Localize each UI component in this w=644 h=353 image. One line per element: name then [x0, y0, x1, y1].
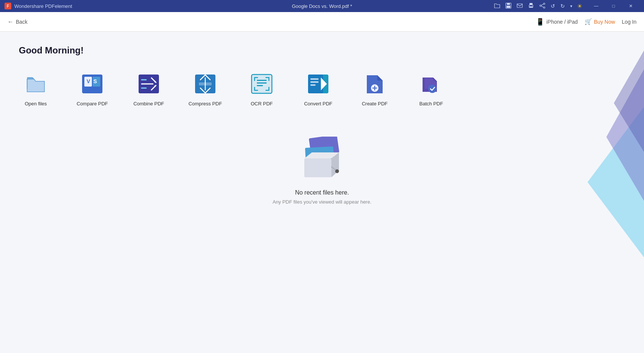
buy-now-label: Buy Now	[594, 19, 615, 25]
buy-now-button[interactable]: 🛒 Buy Now	[584, 18, 615, 25]
batch-pdf-label: Batch PDF	[420, 101, 443, 107]
log-in-button[interactable]: Log In	[622, 19, 636, 25]
redo-icon[interactable]: ↻	[560, 3, 565, 9]
tool-combine-pdf[interactable]: Combine PDF	[132, 71, 166, 107]
svg-rect-29	[310, 78, 319, 80]
svg-rect-26	[257, 85, 263, 86]
navbar-right: 📱 iPhone / iPad 🛒 Buy Now Log In	[536, 18, 636, 26]
maximize-button[interactable]: □	[605, 0, 622, 12]
empty-title: No recent files here.	[295, 189, 349, 196]
tool-open-files[interactable]: Open files	[19, 71, 53, 107]
svg-rect-2	[507, 6, 510, 8]
empty-subtitle: Any PDF files you've viewed will appear …	[273, 199, 372, 205]
app-name: Wondershare PDFelement	[14, 3, 72, 9]
svg-line-11	[541, 6, 543, 7]
back-button[interactable]: ← Back	[8, 18, 27, 25]
folder-icon[interactable]	[494, 3, 500, 10]
combine-pdf-icon-wrap	[136, 71, 162, 97]
log-in-label: Log In	[622, 19, 636, 25]
compare-pdf-label: Compare PDF	[76, 101, 108, 107]
batch-pdf-icon-wrap	[418, 71, 444, 97]
svg-rect-25	[257, 82, 267, 84]
svg-text:S: S	[93, 78, 97, 84]
compare-pdf-icon-wrap: V S	[79, 71, 105, 97]
tool-convert-pdf[interactable]: Convert PDF	[301, 71, 335, 107]
svg-point-7	[543, 3, 545, 5]
svg-rect-1	[507, 3, 510, 5]
ocr-pdf-icon-wrap	[249, 71, 275, 97]
navbar: ← Back 📱 iPhone / iPad 🛒 Buy Now Log In	[0, 12, 644, 32]
cart-icon: 🛒	[584, 18, 592, 25]
svg-rect-31	[310, 84, 316, 86]
titlebar: F Wondershare PDFelement ↺ ↻ ▾ Google Do…	[0, 0, 644, 12]
svg-rect-36	[304, 158, 331, 177]
greeting: Good Morning!	[19, 45, 625, 56]
convert-pdf-icon-wrap	[305, 71, 331, 97]
window-controls: — □ ✕	[588, 0, 639, 12]
create-pdf-icon-wrap	[362, 71, 388, 97]
tool-compare-pdf[interactable]: V S Compare PDF	[75, 71, 109, 107]
svg-line-10	[541, 4, 543, 5]
svg-rect-6	[530, 6, 533, 8]
iphone-ipad-label: iPhone / iPad	[546, 19, 578, 25]
tool-ocr-pdf[interactable]: OCR PDF	[245, 71, 279, 107]
iphone-ipad-button[interactable]: 📱 iPhone / iPad	[536, 18, 578, 26]
app-logo: F	[5, 3, 11, 9]
undo-icon[interactable]: ↺	[551, 3, 555, 9]
empty-illustration	[298, 137, 346, 182]
tools-grid: Open files V S Compare PDF	[19, 71, 625, 107]
print-icon[interactable]	[528, 3, 534, 10]
share-icon[interactable]	[539, 3, 545, 10]
svg-point-33	[428, 85, 436, 93]
dropdown-icon[interactable]: ▾	[570, 4, 572, 9]
main-content: Good Morning! Open files	[0, 32, 644, 353]
content-area: Good Morning! Open files	[0, 32, 644, 353]
svg-text:V: V	[87, 78, 90, 84]
ocr-pdf-label: OCR PDF	[251, 101, 273, 107]
tool-create-pdf[interactable]: Create PDF	[358, 71, 392, 107]
save-icon[interactable]	[505, 3, 511, 10]
svg-rect-30	[310, 81, 319, 83]
weather-icon: ☀	[577, 3, 582, 10]
svg-point-8	[540, 5, 541, 6]
tool-batch-pdf[interactable]: Batch PDF	[414, 71, 448, 107]
svg-point-9	[543, 7, 545, 8]
minimize-button[interactable]: —	[588, 0, 605, 12]
svg-rect-3	[517, 4, 522, 8]
mail-icon[interactable]	[517, 3, 523, 10]
titlebar-icons: ↺ ↻ ▾	[494, 3, 572, 10]
file-title: Google Docs vs. Word.pdf *	[292, 3, 352, 9]
svg-rect-24	[257, 80, 267, 81]
back-arrow-icon: ←	[8, 18, 14, 25]
convert-pdf-label: Convert PDF	[304, 101, 332, 107]
open-files-icon-wrap	[23, 71, 49, 97]
tool-compress-pdf[interactable]: Compress PDF	[188, 71, 222, 107]
svg-rect-21	[199, 82, 212, 85]
empty-state: No recent files here. Any PDF files you'…	[19, 137, 625, 205]
create-pdf-label: Create PDF	[362, 101, 388, 107]
close-button[interactable]: ✕	[622, 0, 639, 12]
open-files-label: Open files	[25, 101, 47, 107]
svg-rect-5	[530, 3, 533, 5]
combine-pdf-label: Combine PDF	[133, 101, 164, 107]
iphone-icon: 📱	[536, 18, 544, 26]
svg-point-39	[335, 169, 339, 173]
back-label: Back	[16, 19, 27, 25]
compress-pdf-icon-wrap	[192, 71, 218, 97]
compress-pdf-label: Compress PDF	[189, 101, 222, 107]
